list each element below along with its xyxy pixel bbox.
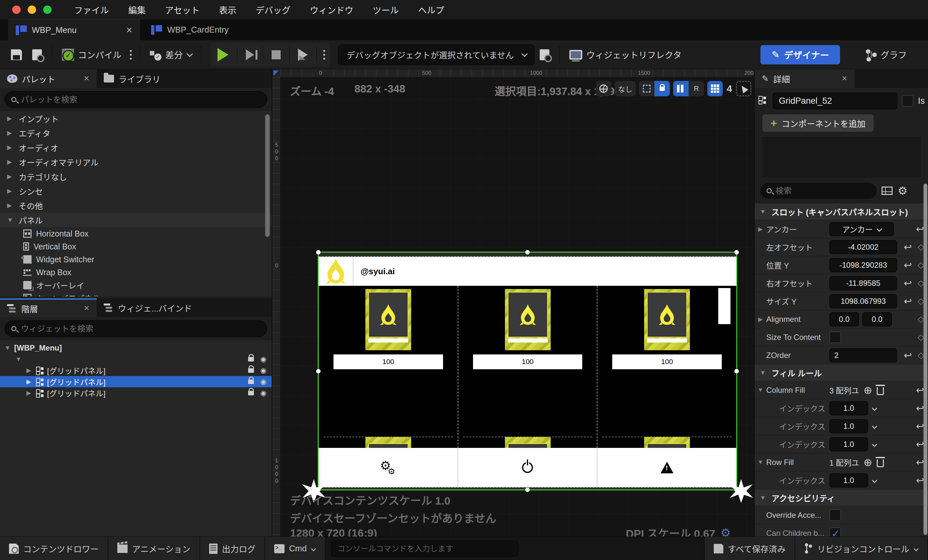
index-field[interactable]: 1.0 bbox=[829, 401, 868, 415]
reset-icon[interactable]: ↩ bbox=[904, 349, 912, 361]
visibility-eye-icon[interactable]: ◉ bbox=[260, 356, 267, 363]
tab-widget-bind[interactable]: ウィジェ...バインド bbox=[97, 298, 199, 317]
hierarchy-search-input[interactable] bbox=[21, 324, 260, 334]
designer-canvas[interactable]: 0 500 1000 1500 200 500 0 1000 ズーム -4 88… bbox=[272, 69, 754, 537]
palette-item-vertical-box[interactable]: Vertical Box bbox=[0, 240, 272, 253]
compile-button[interactable]: コンパイル bbox=[57, 44, 127, 66]
flag-none-button[interactable]: なし bbox=[615, 81, 636, 96]
palette-item-overlay[interactable]: オーバーレイ bbox=[0, 279, 272, 291]
alignment-y-field[interactable]: 0.0 bbox=[862, 312, 892, 327]
palette-item-horizontal-box[interactable]: Horizontal Box bbox=[0, 227, 272, 240]
reset-icon[interactable]: ↩ bbox=[916, 385, 924, 396]
hierarchy-search[interactable] bbox=[5, 320, 267, 337]
widget-name-field[interactable]: GridPanel_52 bbox=[773, 93, 897, 109]
palette-category-synth[interactable]: ▶シンセ bbox=[0, 184, 272, 198]
menu-asset[interactable]: アセット bbox=[155, 3, 209, 16]
play-options-icon[interactable] bbox=[320, 50, 328, 60]
diff-button[interactable]: 差分 bbox=[145, 44, 196, 66]
tab-library[interactable]: ライブラリ bbox=[97, 69, 168, 88]
lock-icon[interactable] bbox=[248, 368, 254, 373]
eject-button[interactable] bbox=[293, 44, 313, 66]
expander-icon[interactable]: ▶ bbox=[755, 316, 766, 323]
reset-icon[interactable]: ↩ bbox=[904, 241, 912, 253]
raw-preview-button[interactable]: R bbox=[688, 81, 704, 96]
tab-details[interactable]: ✎ 詳細 ✕ bbox=[755, 69, 855, 88]
resize-handle[interactable] bbox=[316, 369, 321, 374]
details-search[interactable] bbox=[760, 183, 876, 198]
size-y-field[interactable]: 1098.067993 bbox=[829, 294, 897, 308]
all-saved-button[interactable]: すべて保存済み bbox=[704, 537, 795, 560]
reset-icon[interactable]: ↩ bbox=[904, 259, 912, 271]
tab-hierarchy[interactable]: 階層 ✕ bbox=[0, 298, 97, 317]
reset-icon[interactable]: ↩ bbox=[916, 223, 924, 235]
add-element-icon[interactable]: ⊕ bbox=[864, 456, 872, 468]
section-slot[interactable]: ▼スロット (キャンバスパネルスロット) bbox=[755, 203, 928, 220]
dpi-settings-gear-icon[interactable]: ⚙ bbox=[720, 526, 731, 537]
palette-search-input[interactable] bbox=[21, 95, 260, 104]
visibility-eye-icon[interactable]: ◉ bbox=[260, 378, 267, 385]
menu-help[interactable]: ヘルプ bbox=[408, 3, 454, 16]
widget-reflector-button[interactable]: ウィジェットリフレクタ bbox=[564, 44, 687, 66]
tab-wbp-menu[interactable]: WBP_Menu ✕ bbox=[8, 19, 140, 40]
section-accessibility[interactable]: ▼アクセシビリティ bbox=[755, 489, 928, 506]
alignment-x-field[interactable]: 0.0 bbox=[829, 312, 859, 327]
add-component-button[interactable]: + コンポーネントを追加 bbox=[762, 114, 873, 132]
selection-outline-button[interactable] bbox=[639, 81, 655, 96]
expander-icon[interactable]: ▶ bbox=[26, 389, 33, 397]
override-accessible-checkbox[interactable] bbox=[829, 510, 841, 521]
compile-options-icon[interactable] bbox=[127, 50, 135, 60]
anchor-dropdown[interactable]: アンカー bbox=[829, 222, 894, 236]
tree-row-grid-panel-2-selected[interactable]: ▶ [グリッドパネル] ◉ bbox=[0, 376, 272, 387]
menu-file[interactable]: ファイル bbox=[64, 3, 119, 16]
widget-preview-selection[interactable]: @syui.ai 100 bbox=[318, 252, 737, 490]
palette-item-widget-switcher[interactable]: Widget Switcher bbox=[0, 253, 272, 266]
lock-icon[interactable] bbox=[248, 357, 254, 362]
expander-icon[interactable]: ▼ bbox=[7, 217, 14, 224]
reset-icon[interactable]: ↩ bbox=[916, 438, 924, 450]
index-field[interactable]: 1.0 bbox=[829, 473, 868, 487]
palette-category-editor[interactable]: ▶エディタ bbox=[0, 126, 272, 140]
tab-wbp-cardentry[interactable]: WBP_CardEntry bbox=[143, 19, 237, 40]
palette-category-panel[interactable]: ▼パネル bbox=[0, 213, 272, 227]
section-fill-rules[interactable]: ▼フィル ルール bbox=[755, 364, 928, 381]
debug-browse-button[interactable] bbox=[534, 44, 554, 66]
position-y-field[interactable]: -1098.290283 bbox=[829, 258, 897, 272]
chevron-down-icon[interactable] bbox=[872, 441, 878, 447]
tree-row-grid-panel-3[interactable]: ▶ [グリッドパネル] ◉ bbox=[0, 387, 272, 398]
palette-category-input[interactable]: ▶インプット bbox=[0, 111, 272, 126]
expander-icon[interactable]: ▶ bbox=[7, 173, 14, 180]
snap-grid-button[interactable] bbox=[707, 81, 723, 96]
bind-diamond-icon[interactable]: ◇ bbox=[918, 296, 924, 306]
resize-handle[interactable] bbox=[734, 250, 739, 255]
graph-mode-button[interactable]: グラフ bbox=[859, 44, 912, 66]
revision-control-button[interactable]: リビジョンコントロール bbox=[795, 537, 928, 560]
bind-diamond-icon[interactable]: ◇ bbox=[918, 332, 924, 342]
expander-icon[interactable]: ▼ bbox=[760, 369, 766, 376]
tab-palette[interactable]: パレット ✕ bbox=[0, 69, 97, 88]
palette-item-wrap-box[interactable]: Wrap Box bbox=[0, 266, 272, 279]
respect-locks-button[interactable] bbox=[673, 81, 688, 96]
designer-mode-button[interactable]: ✎デザイナー bbox=[760, 45, 840, 64]
reset-icon[interactable]: ↩ bbox=[916, 475, 924, 486]
expander-icon[interactable]: ▼ bbox=[755, 459, 766, 465]
bind-diamond-icon[interactable]: ◇ bbox=[918, 278, 924, 288]
reset-icon[interactable]: ↩ bbox=[916, 403, 924, 414]
frame-skip-button[interactable] bbox=[241, 44, 259, 66]
lock-icon[interactable] bbox=[248, 380, 254, 384]
expander-icon[interactable]: ▶ bbox=[7, 129, 14, 137]
menu-view[interactable]: 表示 bbox=[209, 3, 246, 16]
resize-handle[interactable] bbox=[734, 369, 739, 374]
chevron-down-icon[interactable] bbox=[872, 405, 878, 411]
palette-category-other[interactable]: ▶その他 bbox=[0, 198, 272, 213]
resize-handle[interactable] bbox=[316, 250, 321, 255]
play-button[interactable] bbox=[212, 44, 234, 66]
bind-diamond-icon[interactable]: ◇ bbox=[918, 314, 924, 324]
expander-icon[interactable]: ▶ bbox=[26, 378, 33, 385]
close-icon[interactable]: ✕ bbox=[842, 75, 847, 83]
palette-category-uncategorized[interactable]: ▶カテゴリなし bbox=[0, 169, 272, 184]
tree-row-grid-panel-1[interactable]: ▶ [グリッドパネル] ◉ bbox=[0, 365, 272, 376]
save-button[interactable] bbox=[6, 44, 27, 66]
reset-icon[interactable]: ↩ bbox=[904, 296, 912, 307]
is-variable-checkbox[interactable] bbox=[902, 95, 914, 107]
chevron-down-icon[interactable] bbox=[872, 478, 878, 483]
